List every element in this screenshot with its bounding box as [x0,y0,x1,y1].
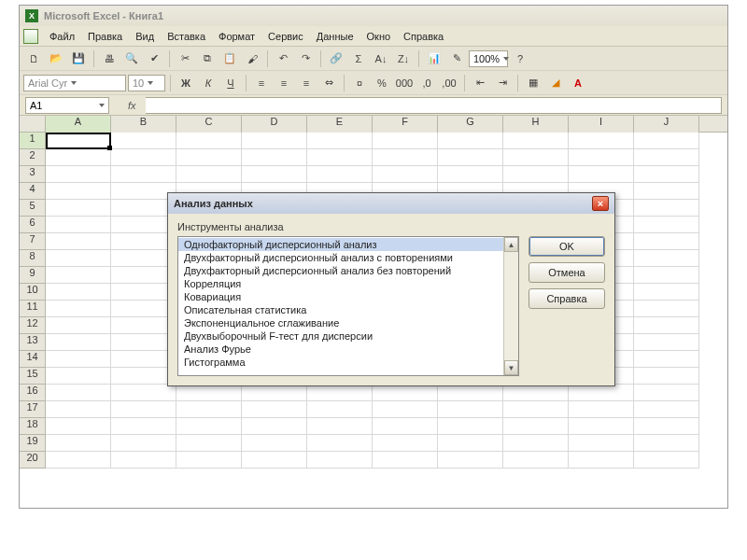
cell[interactable] [634,200,699,217]
cell[interactable] [176,452,242,469]
cell[interactable] [634,385,699,401]
cell[interactable] [242,149,307,166]
menu-view[interactable]: Вид [130,29,160,44]
cell[interactable] [569,435,634,452]
name-box[interactable]: A1 [25,97,109,114]
column-header[interactable]: H [503,116,569,133]
cell[interactable] [569,133,634,149]
cell[interactable] [634,435,699,452]
column-header[interactable]: A [46,116,111,133]
cell[interactable] [176,133,242,149]
column-header[interactable]: G [438,116,503,133]
row-header[interactable]: 18 [20,418,46,435]
row-header[interactable]: 10 [20,284,46,301]
cell[interactable] [373,149,438,166]
cell[interactable] [438,133,503,149]
column-header[interactable]: C [176,116,242,133]
menu-help[interactable]: Справка [398,29,449,44]
cell[interactable] [373,435,438,452]
cell[interactable] [307,385,373,401]
cell[interactable] [242,435,307,452]
open-icon[interactable]: 📂 [46,49,66,68]
merge-center-icon[interactable]: ⇔ [318,74,339,92]
row-header[interactable]: 6 [20,217,46,233]
cell[interactable] [634,368,699,385]
cell[interactable] [634,149,699,166]
scroll-up-icon[interactable]: ▲ [504,237,518,252]
list-item[interactable]: Двухфакторный дисперсионный анализ с пов… [178,251,503,264]
save-icon[interactable]: 💾 [68,49,89,68]
cell[interactable] [634,334,699,351]
cell[interactable] [438,149,503,166]
row-header[interactable]: 14 [20,351,46,368]
list-item[interactable]: Двухвыборочный F-тест для дисперсии [178,329,503,343]
cell[interactable] [46,133,111,149]
decrease-indent-icon[interactable]: ⇤ [470,74,490,92]
align-left-icon[interactable]: ≡ [251,74,272,92]
cancel-button[interactable]: Отмена [529,262,605,283]
row-header[interactable]: 20 [20,452,46,469]
align-right-icon[interactable]: ≡ [296,74,317,92]
cell[interactable] [46,183,111,200]
help-icon[interactable]: ? [510,49,530,68]
menu-edit[interactable]: Правка [82,29,128,44]
underline-button[interactable]: Ч [220,74,241,92]
print-icon[interactable]: 🖶 [99,49,120,68]
cell[interactable] [634,267,699,284]
fill-color-icon[interactable]: ◢ [545,74,566,92]
cell[interactable] [438,166,503,183]
cell[interactable] [46,418,111,435]
select-all-corner[interactable] [20,116,46,133]
column-header[interactable]: D [242,116,307,133]
cell[interactable] [634,166,699,183]
cell[interactable] [46,217,111,233]
cell[interactable] [46,166,111,183]
increase-decimal-icon[interactable]: ,0 [416,74,437,92]
cell[interactable] [307,435,373,452]
increase-indent-icon[interactable]: ⇥ [492,74,513,92]
font-size-combo[interactable]: 10 [128,75,165,91]
row-header[interactable]: 12 [20,317,46,334]
cell[interactable] [46,351,111,368]
formula-input[interactable] [146,97,722,114]
cell[interactable] [111,385,176,401]
cell[interactable] [373,385,438,401]
cell[interactable] [503,401,569,418]
chart-wizard-icon[interactable]: 📊 [424,49,444,68]
cell[interactable] [242,401,307,418]
cell[interactable] [503,133,569,149]
cell[interactable] [176,385,242,401]
row-header[interactable]: 4 [20,183,46,200]
cell[interactable] [242,133,307,149]
cell[interactable] [46,368,111,385]
cell[interactable] [503,452,569,469]
print-preview-icon[interactable]: 🔍 [121,49,142,68]
cell[interactable] [634,317,699,334]
paste-icon[interactable]: 📋 [219,49,240,68]
row-header[interactable]: 17 [20,401,46,418]
copy-icon[interactable]: ⧉ [197,49,218,68]
cell[interactable] [634,418,699,435]
list-item[interactable]: Экспоненциальное сглаживание [178,316,503,329]
column-header[interactable]: J [634,116,699,133]
cell[interactable] [307,166,373,183]
cell[interactable] [438,385,503,401]
row-header[interactable]: 11 [20,301,46,317]
cell[interactable] [569,166,634,183]
font-combo[interactable]: Arial Cyr [23,75,126,91]
menu-insert[interactable]: Вставка [162,29,211,44]
scroll-down-icon[interactable]: ▼ [504,360,518,375]
decrease-decimal-icon[interactable]: ,00 [439,74,459,92]
sort-asc-icon[interactable]: A↓ [371,49,391,68]
cell[interactable] [634,233,699,250]
row-header[interactable]: 9 [20,267,46,284]
cell[interactable] [634,133,699,149]
cell[interactable] [569,149,634,166]
row-header[interactable]: 5 [20,200,46,217]
cell[interactable] [373,166,438,183]
cell[interactable] [503,435,569,452]
cell[interactable] [46,317,111,334]
analysis-tools-listbox[interactable]: Однофакторный дисперсионный анализДвухфа… [177,236,519,376]
cell[interactable] [438,418,503,435]
cell[interactable] [438,435,503,452]
